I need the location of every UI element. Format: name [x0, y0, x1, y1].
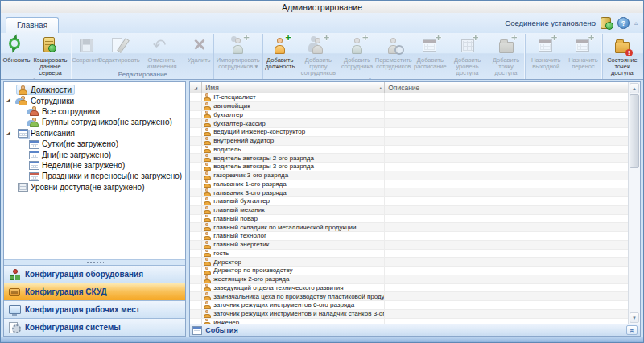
table-row[interactable]: замначальника цеха по производству пласт…	[190, 292, 628, 301]
table-row[interactable]: главный повар	[190, 215, 628, 224]
tree-expander-icon[interactable]: ◢	[6, 130, 10, 135]
table-row[interactable]: заведующий отдела технического развития	[190, 284, 628, 293]
tree-item-day-cycles[interactable]: Сутки(не загружено)	[4, 138, 185, 149]
row-name-label: заточник режущих инструментов 6-ого разр…	[213, 301, 354, 308]
table-row[interactable]: автомойщик	[190, 102, 628, 111]
row-indicator-cell	[190, 267, 202, 275]
table-row[interactable]: главный энергетик	[190, 241, 628, 250]
events-bar-label: События	[205, 326, 237, 334]
table-row[interactable]: бухгалтер	[190, 111, 628, 120]
row-name-label: водитель автокары 2-ого разряда	[213, 155, 314, 162]
row-description-cell	[385, 146, 419, 154]
server-cache-icon	[38, 35, 62, 56]
scrollbar-track[interactable]	[629, 168, 640, 312]
table-row[interactable]: водитель автокары 2-ого разряда	[190, 154, 628, 163]
person-icon	[204, 111, 211, 119]
tree-item-label: Расписания	[31, 129, 75, 138]
ribbon-button-label: Назначить выходной	[528, 57, 564, 70]
table-row[interactable]: IT-специалист	[190, 93, 628, 102]
row-name-label: внутренний аудитор	[213, 137, 274, 144]
row-filler-cell	[419, 180, 628, 188]
table-row[interactable]: главный механик	[190, 206, 628, 215]
table-row[interactable]: водитель	[190, 146, 628, 155]
scrollbar-up-button[interactable]: ▲	[630, 83, 639, 93]
tree-item-weeks[interactable]: Недели(не загружено)	[4, 160, 185, 171]
tree-item-access-levels[interactable]: Уровни доступа(не загружено)	[4, 182, 185, 192]
table-row[interactable]: гость	[190, 250, 628, 258]
scrollbar-thumb[interactable]	[630, 94, 639, 168]
tree-item-employee-groups[interactable]: Группы сотрудников(не загружено)	[4, 117, 185, 127]
table-row[interactable]: внутренний аудитор	[190, 137, 628, 146]
tree-item-positions[interactable]: Должности	[4, 85, 185, 95]
nav-item-hardware-config[interactable]: Конфигурация оборудования	[4, 265, 185, 283]
assign-transfer-button: Назначить перенос	[565, 34, 601, 70]
refresh-button[interactable]: Обновить	[3, 34, 30, 76]
edit-icon	[107, 35, 131, 56]
table-row[interactable]: гальваник 3-ого разряда	[190, 188, 628, 197]
tree-item-all-employees[interactable]: Все сотрудники	[4, 106, 185, 117]
table-row[interactable]: заточник режущих инструментов и наладчик…	[190, 310, 628, 319]
table-row[interactable]: Директор	[190, 258, 628, 267]
table-row[interactable]: газорезчик 3-ого разряда	[190, 172, 628, 180]
tree-expander-icon[interactable]: ◢	[6, 97, 10, 102]
table-row[interactable]: жестянщик 2-ого разряда	[190, 275, 628, 284]
person-icon	[204, 284, 211, 292]
vertical-scrollbar[interactable]: ▲ ▼	[628, 82, 640, 324]
row-name-cell: заточник режущих инструментов и наладчик…	[202, 310, 385, 318]
scrollbar-down-button[interactable]: ▼	[630, 312, 639, 323]
ribbon-tab-strip: Главная Соединение установлено ? ▵	[1, 13, 643, 33]
ribbon-group-label	[526, 70, 601, 79]
table-row[interactable]: гальваник 1-ого разряда	[190, 180, 628, 189]
person-icon	[204, 163, 211, 171]
row-name-label: IT-специалист	[213, 93, 255, 101]
nav-item-system-config[interactable]: Конфигурация системы	[4, 318, 185, 336]
table-row[interactable]: главный бухгалтер	[190, 197, 628, 206]
table-row[interactable]: главный складчик по металлической продук…	[190, 223, 628, 232]
tree-item-holidays[interactable]: Праздники и переносы(не загружено)	[4, 171, 185, 181]
tab-home[interactable]: Главная	[6, 17, 59, 33]
table-row[interactable]: ведущий инженер-конструктор	[190, 128, 628, 137]
events-expand-button[interactable]: «	[626, 325, 638, 335]
panel-splitter[interactable]	[4, 259, 185, 265]
nav-item-workstations-config[interactable]: Конфигурация рабочих мест	[4, 300, 185, 318]
cache-server-data-button[interactable]: Кэшировать данные сервера	[30, 34, 71, 76]
column-header-name[interactable]: Имя▴	[202, 82, 385, 93]
table-row[interactable]: Директор по производству	[190, 267, 628, 275]
grid-select-all-cell[interactable]: ◢	[190, 82, 202, 93]
row-description-cell	[385, 284, 419, 292]
ribbon-button-label: Редактировать	[98, 57, 140, 64]
tree-item-days[interactable]: Дни(не загружено)	[4, 149, 185, 159]
row-name-cell: главный механик	[202, 206, 385, 214]
row-filler-cell	[419, 197, 628, 205]
tree-item-label: Должности	[31, 85, 72, 94]
row-name-cell: водитель	[202, 146, 385, 154]
add-employee-group-icon	[306, 35, 330, 56]
row-filler-cell	[419, 223, 628, 231]
person-icon	[204, 275, 211, 283]
server-connection-icon	[601, 16, 613, 30]
add-position-button[interactable]: Добавить должность	[264, 34, 296, 76]
schedule-icon	[29, 161, 39, 170]
table-row[interactable]: главный технолог	[190, 232, 628, 241]
column-header-description[interactable]: Описание	[385, 82, 423, 93]
tree-item-label: Праздники и переносы(не загружено)	[42, 172, 182, 180]
nav-item-acs-config[interactable]: Конфигурация СКУД	[4, 283, 185, 300]
row-name-cell: жестянщик 2-ого разряда	[202, 275, 385, 283]
system-config-icon	[8, 322, 21, 333]
holidays-icon	[29, 172, 39, 181]
row-filler-cell	[419, 241, 628, 249]
row-indicator-cell	[190, 137, 202, 145]
table-row[interactable]: заточник режущих инструментов 6-ого разр…	[190, 301, 628, 310]
table-row[interactable]: бухгалтер-кассир	[190, 119, 628, 128]
access-points-state-button[interactable]: Состояние точек доступа	[604, 34, 641, 76]
events-bar[interactable]: События «	[190, 324, 640, 336]
row-name-label: замначальника цеха по производству пласт…	[213, 293, 385, 300]
row-filler-cell	[419, 146, 628, 154]
tree-item-schedules[interactable]: ◢Расписания	[4, 128, 185, 138]
tree-item-employees[interactable]: ◢Сотрудники	[4, 95, 185, 105]
row-indicator-cell	[190, 154, 202, 162]
table-row[interactable]: водитель автокары 3-ого разряда	[190, 163, 628, 172]
row-name-label: ведущий инженер-конструктор	[213, 128, 305, 135]
help-icon[interactable]: ?	[617, 17, 630, 29]
collapse-ribbon-icon[interactable]: ▵	[634, 19, 638, 27]
